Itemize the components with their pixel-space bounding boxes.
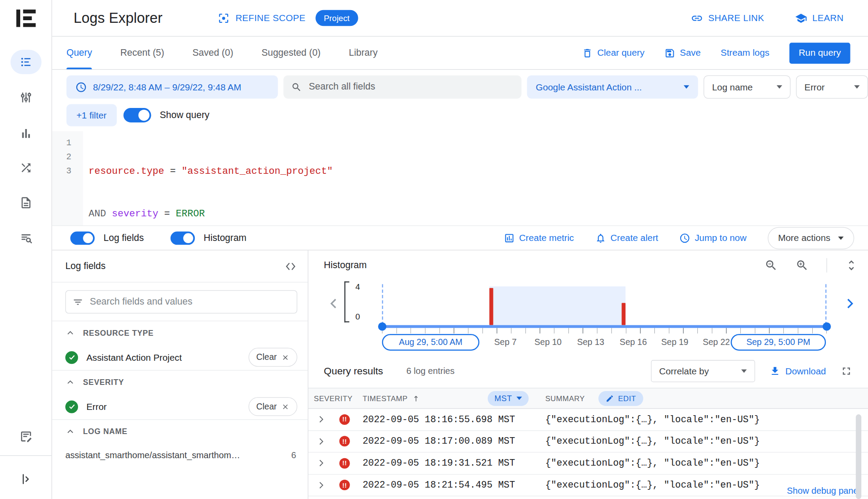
correlate-by-label: Correlate by [659, 366, 709, 377]
edit-summary-button[interactable]: EDIT [598, 391, 643, 406]
resource-type-section-header[interactable]: RESOURCE TYPE [52, 321, 308, 345]
histogram-toggle[interactable] [170, 231, 195, 244]
severity-dropdown[interactable]: Error [796, 75, 868, 99]
share-link-button[interactable]: SHARE LINK [691, 12, 764, 24]
table-row[interactable]: !! 2022-09-05 18:19:31.521 MST {"executi… [308, 452, 868, 474]
create-metric-button[interactable]: Create metric [504, 232, 574, 243]
log-name-entry-row[interactable]: assistant_smarthome/assistant_smarthom… … [52, 443, 308, 468]
log-name-section-label: LOG NAME [83, 427, 127, 436]
time-range-filter[interactable]: 8/29/22, 8:48 AM – 9/29/22, 9:48 AM [66, 75, 278, 99]
tab-query[interactable]: Query [66, 36, 92, 69]
query-tabbar: Query Recent (5) Saved (0) Suggested (0)… [52, 36, 868, 70]
create-alert-button[interactable]: Create alert [595, 232, 658, 243]
log-name-section-header[interactable]: LOG NAME [52, 420, 308, 443]
more-actions-button[interactable]: More actions [768, 227, 854, 249]
expand-panel-icon [19, 473, 32, 486]
expand-row-icon[interactable] [316, 414, 326, 424]
fields-search-input[interactable] [90, 296, 290, 307]
tune-icon [19, 91, 32, 104]
logs-list-icon [19, 55, 32, 68]
clear-resource-type-button[interactable]: Clear [249, 348, 297, 367]
project-scope-badge[interactable]: Project [315, 10, 358, 26]
add-filter-button[interactable]: +1 filter [66, 104, 116, 126]
resource-filter-dropdown[interactable]: Google Assistant Action ... [527, 75, 698, 99]
content-area: Log fields RESOURCE TYPE [52, 250, 868, 499]
expand-row-icon[interactable] [316, 458, 326, 468]
sidebar-item-log-router[interactable] [11, 156, 42, 180]
sidebar-item-logs-explorer[interactable] [11, 50, 42, 75]
query-editor[interactable]: 1 2 3 resource.type = "assistant_action_… [52, 131, 868, 226]
correlate-by-dropdown[interactable]: Correlate by [651, 360, 755, 382]
expand-row-icon[interactable] [316, 480, 326, 490]
sort-ascending-icon[interactable] [412, 394, 420, 402]
error-severity-icon: !! [339, 458, 350, 468]
histogram-next-button[interactable] [843, 296, 857, 313]
section-log-name: LOG NAME assistant_smarthome/assistant_s… [52, 419, 308, 467]
sidebar-item-log-analytics[interactable] [11, 121, 42, 146]
chevron-up-icon [65, 427, 75, 437]
query-results-header: Query results 6 log entries Correlate by… [308, 355, 868, 388]
rail-divider [0, 455, 51, 456]
sidebar-item-release-notes[interactable] [11, 424, 42, 449]
share-link-label: SHARE LINK [708, 13, 764, 23]
cloud-logging-logo[interactable] [13, 6, 39, 31]
clear-query-button[interactable]: Clear query [582, 47, 644, 58]
learn-button[interactable]: LEARN [795, 12, 843, 24]
expand-histogram-button[interactable] [845, 258, 858, 272]
axis-tick-label: Sep 16 [620, 337, 647, 348]
table-row[interactable]: !! 2022-09-05 18:17:00.089 MST {"executi… [308, 431, 868, 452]
run-query-button[interactable]: Run query [789, 43, 850, 64]
query-code[interactable]: resource.type = "assistant_action_projec… [83, 131, 594, 226]
stream-logs-button[interactable]: Stream logs [721, 48, 769, 58]
collapse-panel-icon[interactable] [285, 260, 297, 273]
table-row[interactable]: !! 2022-09-05 18:16:55.698 MST {"executi… [308, 409, 868, 431]
search-icon [291, 81, 302, 93]
search-all-fields-input[interactable] [309, 82, 514, 93]
tab-recent[interactable]: Recent (5) [120, 36, 164, 69]
query-token: severity [112, 208, 158, 219]
range-start-pill[interactable]: Aug 29, 5:00 AM [382, 334, 479, 351]
range-handle-start[interactable] [378, 323, 386, 331]
vertical-scrollbar[interactable] [856, 414, 861, 499]
sidebar-item-log-storage[interactable] [11, 190, 42, 215]
save-button[interactable]: Save [664, 47, 701, 58]
histogram-toggle-label: Histogram [204, 232, 246, 243]
show-query-toggle[interactable] [123, 108, 151, 122]
zoom-in-button[interactable] [796, 258, 809, 272]
tab-suggested[interactable]: Suggested (0) [261, 36, 321, 69]
timezone-dropdown[interactable]: MST [488, 391, 529, 406]
expand-panel-button[interactable] [11, 467, 42, 492]
histogram-prev-button[interactable] [327, 296, 341, 313]
tab-library[interactable]: Library [349, 36, 378, 69]
range-end-pill[interactable]: Sep 29, 5:00 PM [731, 334, 826, 351]
range-handle-end[interactable] [822, 323, 831, 331]
clear-severity-button[interactable]: Clear [249, 397, 297, 416]
selection-region[interactable] [489, 287, 625, 325]
zoom-out-icon [764, 258, 778, 272]
axis-ticks [382, 328, 827, 334]
histogram-bar[interactable] [489, 288, 493, 325]
zoom-out-button[interactable] [764, 258, 778, 272]
timestamp-header-label: TIMESTAMP [363, 394, 408, 402]
divider [826, 258, 827, 273]
chevron-down-icon [741, 370, 747, 373]
tab-saved[interactable]: Saved (0) [193, 36, 233, 69]
save-label: Save [680, 48, 700, 58]
sidebar-item-log-fields[interactable] [11, 85, 42, 110]
histogram-plot[interactable] [382, 280, 826, 335]
expand-row-icon[interactable] [316, 436, 326, 446]
severity-section-header[interactable]: SEVERITY [52, 370, 308, 394]
row-timestamp: 2022-09-05 18:17:00.089 MST [358, 436, 541, 447]
histogram-bar[interactable] [622, 303, 625, 325]
jump-to-now-button[interactable]: Jump to now [679, 232, 747, 243]
refine-scope-button[interactable]: REFINE SCOPE [218, 12, 306, 24]
edit-label: EDIT [618, 394, 636, 402]
main-column: Logs Explorer REFINE SCOPE Project SHARE… [52, 0, 868, 499]
log-name-dropdown[interactable]: Log name [704, 75, 791, 99]
show-debug-panel-link[interactable]: Show debug panel [783, 486, 860, 496]
histogram-title: Histogram [324, 259, 367, 270]
download-button[interactable]: Download [769, 366, 826, 377]
fullscreen-button[interactable] [840, 365, 853, 377]
sidebar-item-logs-search[interactable] [11, 226, 42, 251]
log-fields-toggle[interactable] [70, 231, 95, 244]
